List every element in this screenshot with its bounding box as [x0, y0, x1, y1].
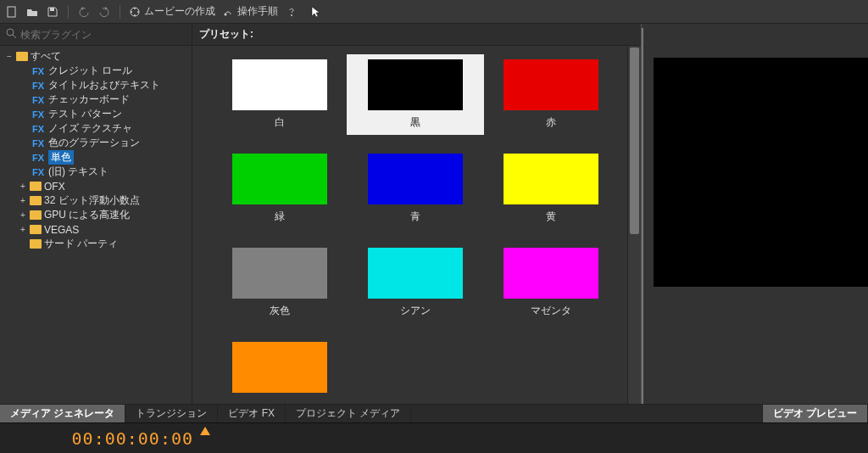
preset-grid: 白黒赤緑青黄灰色シアンマゼンタ — [192, 46, 641, 404]
fx-badge-icon: FX — [32, 95, 44, 105]
tree-folder-item[interactable]: サード パーティ — [0, 237, 192, 251]
swatch-label: マゼンタ — [531, 304, 571, 318]
tree-folder-item[interactable]: +VEGAS — [0, 222, 192, 237]
tree-root[interactable]: − すべて — [0, 49, 192, 64]
svg-point-3 — [134, 8, 136, 9]
swatch-label: 黄 — [546, 210, 556, 224]
tree-folder-item[interactable]: +OFX — [0, 179, 192, 193]
tutorial-label: 操作手順 — [237, 4, 278, 19]
tree-item-label: VEGAS — [44, 224, 79, 236]
timecode-display[interactable]: 00:00:00:00 — [0, 428, 203, 449]
tree-fx-item[interactable]: FXノイズ テクスチャ — [0, 121, 192, 136]
preset-swatch[interactable]: 白 — [216, 59, 343, 130]
svg-line-10 — [13, 35, 16, 38]
cursor-icon — [309, 5, 322, 19]
svg-point-9 — [7, 29, 14, 36]
tree-fx-item[interactable]: FXテスト パターン — [0, 107, 192, 121]
swatch-thumbnail — [232, 342, 327, 393]
tree-item-label: チェッカーボード — [48, 92, 130, 107]
preset-swatch[interactable] — [216, 342, 343, 393]
tab-video-preview[interactable]: ビデオ プレビュー — [762, 405, 868, 422]
undo-icon[interactable] — [77, 5, 91, 19]
expand-icon[interactable]: + — [19, 182, 27, 191]
redo-icon[interactable] — [97, 5, 111, 19]
tree-folder-item[interactable]: +GPU による高速化 — [0, 208, 192, 222]
panel-tab[interactable]: ビデオ FX — [218, 405, 286, 422]
tree-folder-item[interactable]: +32 ビット浮動小数点 — [0, 193, 192, 208]
expand-icon[interactable]: + — [19, 196, 27, 205]
preset-header: プリセット: — [192, 24, 641, 46]
main-area: − すべて FXクレジット ロールFXタイトルおよびテキストFXチェッカーボード… — [0, 24, 868, 404]
tree-fx-item[interactable]: FX単色 — [0, 150, 192, 165]
swatch-label: 黒 — [410, 115, 420, 130]
fx-badge-icon: FX — [32, 124, 44, 134]
new-icon[interactable] — [5, 5, 19, 19]
collapse-icon[interactable]: − — [5, 52, 14, 61]
preset-swatch[interactable]: 灰色 — [216, 248, 343, 318]
fx-badge-icon: FX — [32, 66, 44, 76]
fx-badge-icon: FX — [32, 167, 44, 177]
preset-scrollbar[interactable] — [627, 46, 641, 404]
preset-swatch[interactable]: 緑 — [216, 154, 343, 224]
folder-icon — [30, 210, 42, 220]
tree-fx-item[interactable]: FXクレジット ロール — [0, 64, 192, 78]
swatch-thumbnail — [232, 248, 327, 299]
preset-swatch[interactable]: 青 — [352, 154, 479, 224]
expand-icon[interactable]: + — [19, 210, 27, 220]
video-preview-panel — [641, 24, 868, 404]
tree-item-label: クレジット ロール — [48, 64, 132, 78]
tree-item-label: 32 ビット浮動小数点 — [44, 193, 140, 208]
expand-icon[interactable]: + — [19, 225, 27, 234]
tree-item-label: OFX — [44, 181, 65, 193]
folder-icon — [30, 196, 42, 205]
help-icon[interactable] — [285, 5, 298, 19]
svg-point-7 — [225, 13, 227, 15]
make-movie-button[interactable]: ムービーの作成 — [129, 4, 215, 19]
tree-item-label: (旧) テキスト — [48, 165, 108, 179]
panel-tab[interactable]: トランジション — [125, 405, 218, 422]
swatch-label: 緑 — [275, 210, 285, 224]
preset-panel: プリセット: 白黒赤緑青黄灰色シアンマゼンタ — [192, 24, 641, 404]
panel-tab[interactable]: メディア ジェネレータ — [0, 405, 125, 422]
swatch-thumbnail — [368, 59, 463, 110]
panel-tabs: メディア ジェネレータトランジションビデオ FXプロジェクト メディア ビデオ … — [0, 404, 868, 422]
plugin-tree: − すべて FXクレジット ロールFXタイトルおよびテキストFXチェッカーボード… — [0, 46, 192, 404]
top-toolbar: ムービーの作成 操作手順 — [0, 0, 868, 24]
tutorial-button[interactable]: 操作手順 — [222, 4, 278, 19]
tree-fx-item[interactable]: FX(旧) テキスト — [0, 165, 192, 179]
open-icon[interactable] — [25, 5, 39, 19]
svg-point-5 — [134, 14, 136, 16]
folder-icon — [16, 52, 28, 61]
folder-icon — [30, 225, 42, 234]
swatch-thumbnail — [504, 154, 598, 204]
plugin-search-input[interactable] — [20, 29, 186, 41]
plugin-tree-panel: − すべて FXクレジット ロールFXタイトルおよびテキストFXチェッカーボード… — [0, 24, 192, 404]
tree-item-label: タイトルおよびテキスト — [48, 78, 160, 92]
swatch-label: 青 — [410, 210, 420, 224]
panel-tab[interactable]: プロジェクト メディア — [286, 405, 411, 422]
preset-swatch[interactable]: 赤 — [487, 59, 615, 130]
tree-fx-item[interactable]: FXチェッカーボード — [0, 92, 192, 107]
playhead-marker[interactable] — [200, 427, 210, 435]
svg-point-6 — [131, 11, 132, 13]
tree-item-label: 色のグラデーション — [48, 136, 140, 150]
save-icon[interactable] — [46, 5, 59, 19]
fx-badge-icon: FX — [32, 138, 44, 148]
tree-item-label: GPU による高速化 — [44, 208, 130, 222]
swatch-label: 白 — [275, 115, 285, 130]
swatch-thumbnail — [232, 154, 327, 204]
preset-swatch[interactable]: マゼンタ — [487, 248, 615, 318]
tree-fx-item[interactable]: FX色のグラデーション — [0, 136, 192, 150]
tree-fx-item[interactable]: FXタイトルおよびテキスト — [0, 78, 192, 92]
tree-item-label: テスト パターン — [48, 107, 122, 121]
scrollbar-thumb[interactable] — [630, 48, 639, 234]
fx-badge-icon: FX — [32, 153, 44, 163]
video-preview-canvas — [654, 58, 868, 287]
make-movie-label: ムービーの作成 — [144, 4, 215, 19]
swatch-label: シアン — [400, 304, 431, 318]
preset-swatch[interactable]: 黒 — [347, 54, 484, 135]
svg-point-8 — [291, 14, 292, 16]
preset-swatch[interactable]: 黄 — [487, 154, 615, 224]
preset-swatch[interactable]: シアン — [352, 248, 479, 318]
svg-rect-1 — [50, 8, 54, 11]
